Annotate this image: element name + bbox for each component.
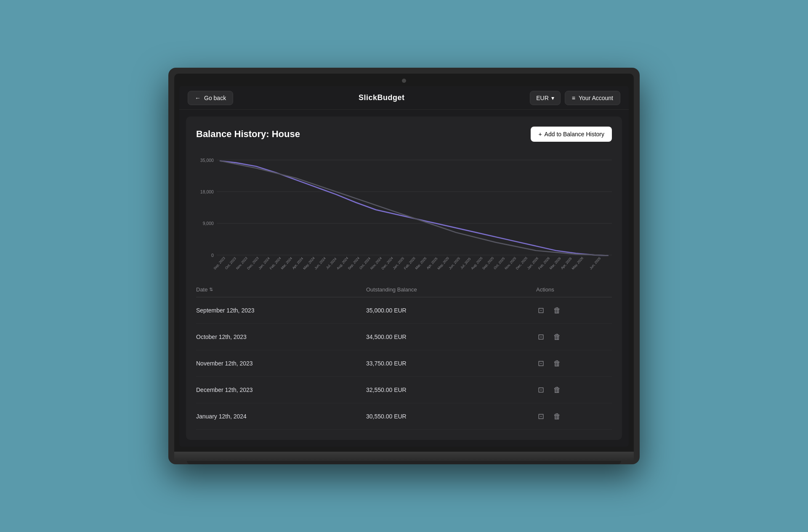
row-actions: ⊡ 🗑 bbox=[536, 410, 612, 423]
balance-chart: 35,000 18,000 9,000 0 Sep, 2023 Oct, 202… bbox=[196, 152, 612, 270]
svg-text:Apr, 2025: Apr, 2025 bbox=[426, 256, 438, 270]
content-header: Balance History: House + Add to Balance … bbox=[196, 127, 612, 142]
svg-text:Jun, 2026: Jun, 2026 bbox=[589, 256, 602, 270]
row-date: December 12th, 2023 bbox=[196, 386, 366, 393]
camera bbox=[402, 79, 406, 83]
account-button[interactable]: ≡ Your Account bbox=[565, 91, 620, 105]
page-title: Balance History: House bbox=[196, 129, 300, 140]
svg-text:Apr, 2024: Apr, 2024 bbox=[292, 256, 304, 270]
row-actions: ⊡ 🗑 bbox=[536, 384, 612, 396]
table-row: September 12th, 2023 35,000.00 EUR ⊡ 🗑 bbox=[196, 297, 612, 324]
arrow-left-icon: ← bbox=[195, 95, 201, 101]
row-balance: 34,500.00 EUR bbox=[366, 333, 536, 340]
column-actions: Actions bbox=[536, 286, 612, 293]
delete-button[interactable]: 🗑 bbox=[552, 357, 563, 370]
row-balance: 35,000.00 EUR bbox=[366, 307, 536, 314]
delete-button[interactable]: 🗑 bbox=[552, 304, 563, 317]
svg-text:9,000: 9,000 bbox=[203, 221, 214, 226]
row-date: September 12th, 2023 bbox=[196, 307, 366, 314]
row-actions: ⊡ 🗑 bbox=[536, 331, 612, 343]
svg-text:Jul, 2024: Jul, 2024 bbox=[325, 257, 337, 270]
go-back-label: Go back bbox=[204, 95, 226, 101]
svg-text:Mar, 2024: Mar, 2024 bbox=[280, 256, 293, 270]
column-date[interactable]: Date ⇅ bbox=[196, 286, 366, 293]
column-balance: Outstanding Balance bbox=[366, 286, 536, 293]
sort-icon: ⇅ bbox=[209, 287, 213, 292]
laptop-foot bbox=[187, 461, 621, 464]
edit-button[interactable]: ⊡ bbox=[536, 304, 546, 317]
add-to-balance-button[interactable]: + Add to Balance History bbox=[531, 127, 612, 142]
row-balance: 30,550.00 EUR bbox=[366, 413, 536, 420]
header: ← Go back SlickBudget EUR ▾ ≡ Your Accou… bbox=[179, 86, 629, 110]
row-date: January 12th, 2024 bbox=[196, 413, 366, 420]
row-date: October 12th, 2023 bbox=[196, 333, 366, 340]
add-button-label: Add to Balance History bbox=[545, 131, 604, 138]
svg-text:Mar, 2026: Mar, 2026 bbox=[549, 256, 561, 270]
actions-column-label: Actions bbox=[536, 286, 554, 293]
header-right: EUR ▾ ≡ Your Account bbox=[530, 91, 620, 105]
currency-label: EUR bbox=[536, 95, 549, 101]
table-header: Date ⇅ Outstanding Balance Actions bbox=[196, 282, 612, 297]
svg-text:Apr, 2026: Apr, 2026 bbox=[560, 256, 572, 270]
balance-column-label: Outstanding Balance bbox=[366, 286, 417, 293]
menu-icon: ≡ bbox=[572, 95, 575, 101]
edit-button[interactable]: ⊡ bbox=[536, 384, 546, 396]
account-label: Your Account bbox=[579, 95, 613, 101]
edit-button[interactable]: ⊡ bbox=[536, 331, 546, 343]
row-actions: ⊡ 🗑 bbox=[536, 304, 612, 317]
table-row: October 12th, 2023 34,500.00 EUR ⊡ 🗑 bbox=[196, 324, 612, 350]
currency-selector[interactable]: EUR ▾ bbox=[530, 91, 561, 105]
chevron-down-icon: ▾ bbox=[551, 95, 554, 101]
svg-text:35,000: 35,000 bbox=[200, 157, 214, 163]
delete-button[interactable]: 🗑 bbox=[552, 331, 563, 343]
svg-text:Jun, 2025: Jun, 2025 bbox=[448, 256, 461, 270]
edit-button[interactable]: ⊡ bbox=[536, 357, 546, 370]
table-row: November 12th, 2023 33,750.00 EUR ⊡ 🗑 bbox=[196, 350, 612, 377]
plus-icon: + bbox=[538, 131, 542, 138]
svg-text:0: 0 bbox=[211, 252, 214, 258]
row-balance: 33,750.00 EUR bbox=[366, 360, 536, 367]
edit-button[interactable]: ⊡ bbox=[536, 410, 546, 423]
main-content: Balance History: House + Add to Balance … bbox=[186, 116, 622, 440]
svg-text:Jun, 2024: Jun, 2024 bbox=[314, 256, 327, 270]
svg-text:May, 2026: May, 2026 bbox=[571, 256, 584, 270]
table-row: January 12th, 2024 30,550.00 EUR ⊡ 🗑 bbox=[196, 403, 612, 430]
row-balance: 32,550.00 EUR bbox=[366, 386, 536, 393]
delete-button[interactable]: 🗑 bbox=[552, 384, 563, 396]
row-date: November 12th, 2023 bbox=[196, 360, 366, 367]
svg-text:Mar, 2025: Mar, 2025 bbox=[415, 256, 427, 270]
date-column-label: Date bbox=[196, 286, 207, 293]
delete-button[interactable]: 🗑 bbox=[552, 410, 563, 423]
laptop-base bbox=[174, 452, 634, 461]
svg-text:18,000: 18,000 bbox=[200, 189, 214, 194]
logo: SlickBudget bbox=[359, 93, 405, 102]
svg-text:Jul, 2025: Jul, 2025 bbox=[460, 257, 472, 270]
go-back-button[interactable]: ← Go back bbox=[188, 91, 233, 105]
row-actions: ⊡ 🗑 bbox=[536, 357, 612, 370]
table-row: December 12th, 2023 32,550.00 EUR ⊡ 🗑 bbox=[196, 377, 612, 403]
